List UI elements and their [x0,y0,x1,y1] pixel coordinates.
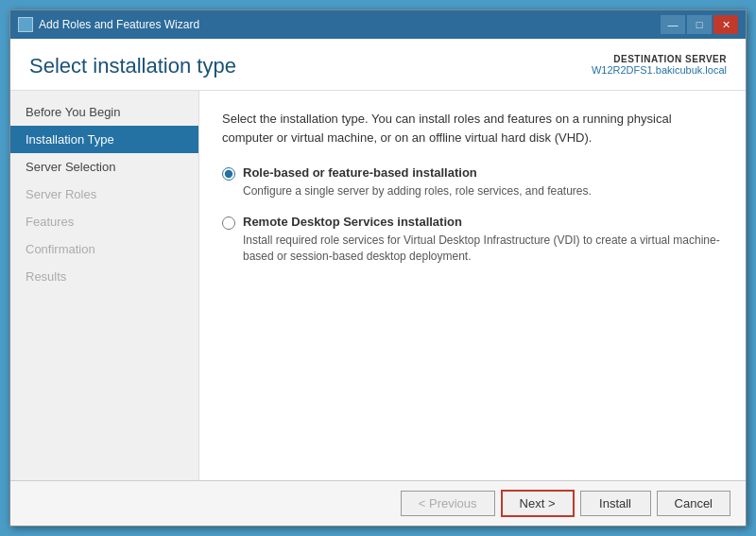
install-button[interactable]: Install [580,491,651,516]
radio-option-rds: Remote Desktop Services installation Ins… [222,215,723,265]
page-title: Select installation type [29,54,236,78]
sidebar-item-confirmation: Confirmation [10,235,198,263]
next-button[interactable]: Next > [501,490,575,517]
radio-label-role-based[interactable]: Role-based or feature-based installation [222,165,723,181]
app-icon [18,17,33,32]
titlebar: Add Roles and Features Wizard — □ ✕ [10,10,746,39]
radio-title-role-based: Role-based or feature-based installation [243,165,477,180]
radio-option-role-based: Role-based or feature-based installation… [222,165,723,199]
radio-input-role-based[interactable] [222,167,235,181]
destination-value: W12R2DFS1.bakicubuk.local [592,64,727,76]
sidebar-item-server-selection[interactable]: Server Selection [10,153,198,181]
previous-button[interactable]: < Previous [401,491,495,516]
sidebar-item-features: Features [10,208,198,235]
window-controls: — □ ✕ [661,15,738,34]
minimize-button[interactable]: — [661,15,685,34]
cancel-button[interactable]: Cancel [657,491,730,516]
radio-label-rds[interactable]: Remote Desktop Services installation [222,215,723,230]
sidebar-item-server-roles: Server Roles [10,181,198,208]
radio-input-rds[interactable] [222,216,235,230]
sidebar: Before You Begin Installation Type Serve… [10,91,199,480]
page-header: Select installation type DESTINATION SER… [10,39,746,91]
sidebar-item-before-you-begin[interactable]: Before You Begin [10,98,198,126]
description-text: Select the installation type. You can in… [222,110,723,147]
maximize-button[interactable]: □ [687,15,712,34]
window-title: Add Roles and Features Wizard [39,18,199,31]
sidebar-item-results: Results [10,263,198,290]
footer: < Previous Next > Install Cancel [10,480,746,526]
radio-title-rds: Remote Desktop Services installation [243,215,462,229]
radio-desc-rds: Install required role services for Virtu… [243,233,723,265]
content-area: Select installation type DESTINATION SER… [10,39,746,526]
main-window: Add Roles and Features Wizard — □ ✕ Sele… [9,9,747,527]
destination-label: DESTINATION SERVER [592,54,727,64]
main-content: Select the installation type. You can in… [199,91,746,480]
sidebar-item-installation-type[interactable]: Installation Type [10,126,198,153]
radio-desc-role-based: Configure a single server by adding role… [243,183,723,199]
close-button[interactable]: ✕ [713,15,738,34]
titlebar-left: Add Roles and Features Wizard [18,17,199,32]
main-body: Before You Begin Installation Type Serve… [10,91,746,480]
destination-server-info: DESTINATION SERVER W12R2DFS1.bakicubuk.l… [592,54,727,76]
